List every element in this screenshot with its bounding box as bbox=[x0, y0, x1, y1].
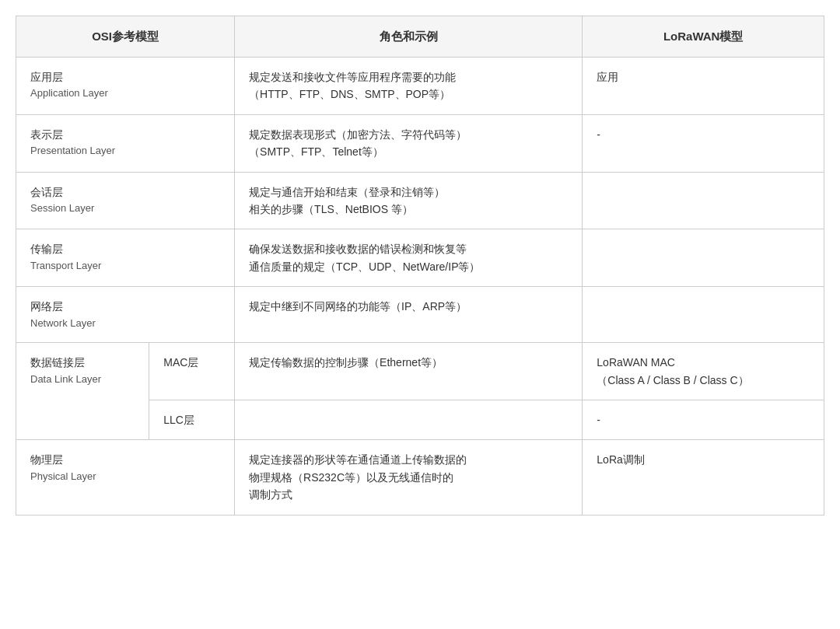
lorawan-physical: LoRa调制 bbox=[583, 440, 824, 515]
lorawan-presentation: - bbox=[583, 114, 824, 172]
layer-en: Transport Layer bbox=[30, 258, 220, 274]
layer-en: Network Layer bbox=[30, 316, 220, 332]
table-row-datalink-mac: 数据链接层 Data Link Layer MAC层 规定传输数据的控制步骤（E… bbox=[16, 343, 824, 400]
layer-zh: 会话层 bbox=[30, 183, 220, 201]
layer-zh: 表示层 bbox=[30, 126, 220, 143]
osi-lorawan-table: OSI参考模型 角色和示例 LoRaWAN模型 应用层 Application … bbox=[16, 16, 824, 515]
role-session: 规定与通信开始和结束（登录和注销等） 相关的步骤（TLS、NetBIOS 等） bbox=[235, 172, 583, 229]
layer-zh: 传输层 bbox=[30, 240, 220, 257]
sublayer-mac: MAC层 bbox=[149, 343, 235, 400]
role-datalink-mac: 规定传输数据的控制步骤（Ethernet等） bbox=[235, 343, 583, 400]
table-row: 表示层 Presentation Layer 规定数据表现形式（加密方法、字符代… bbox=[16, 114, 824, 172]
table-row: 传输层 Transport Layer 确保发送数据和接收数据的错误检测和恢复等… bbox=[16, 229, 824, 287]
layer-network: 网络层 Network Layer bbox=[16, 287, 235, 343]
lorawan-transport bbox=[583, 229, 824, 287]
table-row: 应用层 Application Layer 规定发送和接收文件等应用程序需要的功… bbox=[16, 58, 824, 115]
sublayer-llc: LLC层 bbox=[149, 400, 235, 440]
header-lorawan: LoRaWAN模型 bbox=[583, 16, 824, 58]
lorawan-network bbox=[583, 287, 824, 343]
table-row: 网络层 Network Layer 规定中继到不同网络的功能等（IP、ARP等） bbox=[16, 287, 824, 343]
table-row: 会话层 Session Layer 规定与通信开始和结束（登录和注销等） 相关的… bbox=[16, 172, 824, 229]
role-physical: 规定连接器的形状等在通信通道上传输数据的 物理规格（RS232C等）以及无线通信… bbox=[235, 440, 583, 515]
layer-en: Physical Layer bbox=[30, 469, 220, 485]
layer-datalink: 数据链接层 Data Link Layer bbox=[16, 343, 149, 440]
lorawan-datalink-llc: - bbox=[583, 400, 824, 440]
layer-en: Application Layer bbox=[30, 86, 220, 102]
role-presentation: 规定数据表现形式（加密方法、字符代码等） （SMTP、FTP、Telnet等） bbox=[235, 114, 583, 172]
header-role: 角色和示例 bbox=[235, 16, 583, 58]
layer-session: 会话层 Session Layer bbox=[16, 172, 235, 229]
lorawan-session bbox=[583, 172, 824, 229]
table-row: 物理层 Physical Layer 规定连接器的形状等在通信通道上传输数据的 … bbox=[16, 440, 824, 515]
layer-en: Presentation Layer bbox=[30, 143, 220, 159]
layer-zh: 网络层 bbox=[30, 298, 220, 315]
layer-presentation: 表示层 Presentation Layer bbox=[16, 114, 235, 172]
layer-application: 应用层 Application Layer bbox=[16, 58, 235, 115]
layer-transport: 传输层 Transport Layer bbox=[16, 229, 235, 287]
lorawan-application: 应用 bbox=[583, 58, 824, 115]
role-datalink-llc bbox=[235, 400, 583, 440]
layer-en: Session Layer bbox=[30, 201, 220, 217]
layer-zh: 应用层 bbox=[30, 68, 220, 86]
role-network: 规定中继到不同网络的功能等（IP、ARP等） bbox=[235, 287, 583, 343]
header-osi: OSI参考模型 bbox=[16, 16, 235, 58]
layer-en: Data Link Layer bbox=[30, 372, 135, 388]
layer-physical: 物理层 Physical Layer bbox=[16, 440, 235, 515]
layer-zh: 物理层 bbox=[30, 451, 220, 468]
layer-zh: 数据链接层 bbox=[30, 354, 135, 371]
role-application: 规定发送和接收文件等应用程序需要的功能 （HTTP、FTP、DNS、SMTP、P… bbox=[235, 58, 583, 115]
lorawan-datalink-mac: LoRaWAN MAC （Class A / Class B / Class C… bbox=[583, 343, 824, 400]
role-transport: 确保发送数据和接收数据的错误检测和恢复等 通信质量的规定（TCP、UDP、Net… bbox=[235, 229, 583, 287]
